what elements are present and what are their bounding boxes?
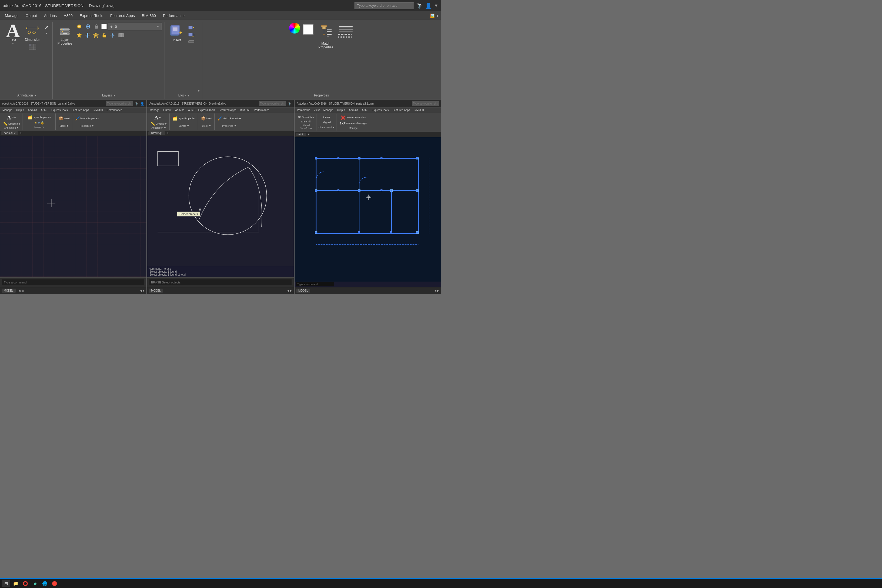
lock2-icon[interactable] (100, 32, 108, 39)
p1-layerprop-btn[interactable]: 🗂️ Layer Properties (27, 115, 52, 120)
layer-on-icon[interactable] (75, 23, 83, 30)
write-block-button[interactable] (187, 32, 196, 38)
p1-menu-manage[interactable]: Manage (1, 108, 14, 112)
expand-icon[interactable]: 🖼️ (430, 14, 435, 18)
layer-dropdown[interactable]: ⚙ 0 ▼ (108, 23, 162, 30)
p2-insert-btn[interactable]: 📦 Insert (200, 116, 213, 121)
p1-menu-a360[interactable]: A360 (39, 108, 48, 112)
layer-lock-icon[interactable] (93, 23, 100, 30)
menu-addins[interactable]: Add-ins (41, 12, 60, 19)
p1-insert-btn[interactable]: 📦 Insert (58, 116, 71, 121)
white-color-swatch[interactable] (303, 24, 314, 34)
p3-linear-btn[interactable]: Linear (322, 116, 331, 119)
panel3-model-tab[interactable]: MODEL (296, 289, 310, 292)
dropdown-icon[interactable]: ▼ (436, 14, 440, 18)
p3-menu-manage[interactable]: Manage (322, 108, 334, 112)
panel1-command-input[interactable] (2, 279, 144, 285)
menu-manage[interactable]: Manage (2, 12, 22, 19)
panel3-tab-ali2[interactable]: ali 2 (296, 133, 306, 136)
p3-hideall-btn[interactable]: Hide All (297, 123, 315, 127)
p3-delete-constraints-btn[interactable]: ❌ Delete Constraints (340, 115, 367, 120)
table-icon[interactable] (28, 44, 36, 50)
create-block-button[interactable] (187, 24, 196, 31)
panel1-model-tab[interactable]: MODEL (2, 289, 16, 292)
menu-output[interactable]: Output (22, 12, 40, 19)
p3-params-mgr-btn[interactable]: ƒx Parameters Manager (339, 121, 368, 126)
p3-menu-a360[interactable]: A360 (360, 108, 369, 112)
p2-layerprop-btn[interactable]: 🗂️ Layer Properties (172, 116, 196, 121)
p1-menu-featured[interactable]: Featured Apps (70, 108, 90, 112)
p2-menu-a360[interactable]: A360 (187, 108, 196, 112)
p1-dim-btn[interactable]: 📏 Dimension (2, 122, 21, 126)
menu-icon[interactable]: ▼ (434, 3, 438, 8)
p1-text-btn[interactable]: A Text (6, 114, 17, 121)
p1-nav2[interactable]: ▶ (142, 289, 145, 292)
color-wheel[interactable] (289, 23, 300, 33)
p3-menu-express[interactable]: Express Tools (370, 108, 390, 112)
p3-menu-addins[interactable]: Add-ins (348, 108, 359, 112)
p2-menu-manage[interactable]: Manage (148, 108, 161, 112)
panel2-tab-drawing1[interactable]: Drawing1 (148, 131, 165, 135)
leader-button[interactable]: ↗ (44, 24, 50, 31)
p3-menu-view[interactable]: View (312, 108, 321, 112)
p1-snap-icon[interactable]: ⊡ (21, 289, 24, 292)
panel1-icon2[interactable]: 👤 (140, 102, 144, 106)
p2-menu-express[interactable]: Express Tools (197, 108, 216, 112)
p1-menu-bim[interactable]: BIM 360 (92, 108, 104, 112)
panel1-canvas[interactable] (0, 136, 147, 277)
layer-color-icon[interactable] (101, 24, 107, 29)
insert-button[interactable]: Insert (168, 23, 185, 43)
main-search[interactable]: Type a keyword or phrase (354, 2, 414, 9)
p2-menu-perf[interactable]: Performance (253, 108, 271, 112)
panel2-add-tab[interactable]: + (166, 131, 170, 135)
p2-dim-btn[interactable]: 📏 Dimension (150, 122, 168, 126)
p1-grid-icon[interactable]: ⊞ (18, 289, 21, 292)
dashed-line[interactable] (338, 34, 351, 35)
p1-menu-express[interactable]: Express Tools (50, 108, 69, 112)
p2-menu-output[interactable]: Output (162, 108, 172, 112)
panel1-search[interactable] (106, 101, 133, 106)
p3-menu-output[interactable]: Output (336, 108, 346, 112)
p3-aligned-btn[interactable]: Aligned (322, 121, 332, 124)
p3-menu-bim[interactable]: BIM 360 (412, 108, 425, 112)
match-properties-button[interactable]: MatchProperties (317, 23, 335, 50)
p3-nav2[interactable]: ▶ (437, 289, 440, 292)
p1-li2[interactable]: ❄ (38, 121, 40, 124)
annotation-arrow[interactable]: ▼ (34, 94, 37, 97)
panel2-canvas[interactable]: Select objects (147, 136, 294, 266)
user-icon[interactable]: 👤 (425, 2, 432, 9)
p1-nav1[interactable]: ◀ (140, 289, 142, 292)
freeze-vp-icon[interactable] (109, 32, 117, 39)
p3-showhide-btn[interactable]: 👁 Show/Hide (297, 115, 315, 120)
block-dropdown[interactable]: ▼ (197, 90, 200, 92)
panel3-canvas[interactable] (294, 137, 441, 282)
p2-nav1[interactable]: ◀ (287, 289, 289, 292)
p3-nav1[interactable]: ◀ (434, 289, 436, 292)
dotted-line[interactable] (338, 36, 351, 38)
p3-menu-featured[interactable]: Featured Apps (391, 108, 411, 112)
menu-performance[interactable]: Performance (160, 12, 188, 19)
panel3-search[interactable] (412, 101, 439, 106)
line-types-icon[interactable] (338, 25, 354, 33)
match-layer-icon[interactable] (117, 32, 125, 39)
p3-menu-parametric[interactable]: Parametric (296, 108, 311, 112)
panel1-tab-partsall[interactable]: parts all 2 (1, 131, 18, 135)
panel2-search[interactable] (259, 101, 286, 106)
freeze-icon[interactable] (84, 32, 92, 39)
p1-match-btn[interactable]: 🖌️ Match Properties (74, 116, 99, 121)
panel2-command-input[interactable] (149, 279, 292, 285)
block-arrow[interactable]: ▼ (187, 94, 190, 97)
leader-down-button[interactable]: ▼ (44, 32, 50, 35)
menu-bim360[interactable]: BIM 360 (139, 12, 159, 19)
p2-nav2[interactable]: ▶ (290, 289, 292, 292)
p1-menu-addins[interactable]: Add-ins (27, 108, 38, 112)
dimension-button[interactable]: Dimension (23, 23, 42, 43)
block-settings-button[interactable] (187, 38, 196, 45)
menu-a360[interactable]: A360 (60, 12, 76, 19)
snow-icon[interactable] (92, 32, 100, 39)
p2-text-btn[interactable]: A Text (153, 114, 164, 121)
layers-arrow[interactable]: ▼ (113, 94, 116, 97)
p3-showall-btn[interactable]: Show All (297, 120, 315, 123)
p1-li3[interactable]: 🔒 (40, 121, 44, 124)
menu-expresstools[interactable]: Express Tools (76, 12, 106, 19)
